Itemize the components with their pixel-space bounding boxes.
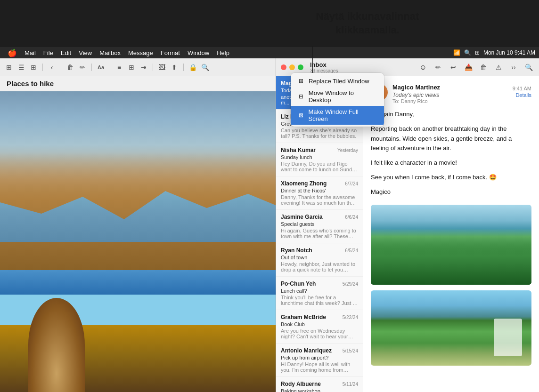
inbox-title: Inbox xyxy=(310,61,338,68)
email-time: 9:41 AM xyxy=(513,86,531,91)
bullet-icon[interactable]: ≡ xyxy=(115,63,123,72)
more-actions-icon[interactable]: ›› xyxy=(508,62,519,73)
junk-icon[interactable]: ⚠ xyxy=(493,62,504,73)
context-menu-label-move: Move Window to Desktop xyxy=(309,89,377,104)
menu-window[interactable]: Window xyxy=(184,47,213,58)
body-line-3: I felt like a character in a movie! xyxy=(371,158,531,168)
apple-menu[interactable]: 🍎 xyxy=(4,47,21,58)
reply-icon[interactable]: ↩ xyxy=(448,62,459,73)
message-item[interactable]: Ryan Notch6/5/24 Out of town Howdy, neig… xyxy=(276,243,363,277)
toolbar-sep-3 xyxy=(91,64,92,71)
toolbar-sep-5 xyxy=(153,64,153,71)
menu-format[interactable]: Format xyxy=(157,47,184,58)
context-menu-label-fullscreen: Make Window Full Screen xyxy=(309,108,377,122)
email-photo-1 xyxy=(371,205,531,285)
mail-search-icon[interactable]: 🔍 xyxy=(523,62,534,73)
table-icon[interactable]: ⊞ xyxy=(127,63,136,72)
context-menu-item-replace[interactable]: ⊞ Replace Tiled Window xyxy=(291,75,384,87)
email-sender-name: Magico Martinez xyxy=(392,84,440,91)
menubar-right: 📶 🔍 ⊞ Mon Jun 10 9:41 AM xyxy=(453,49,535,56)
mail-compose-icon[interactable]: ✏ xyxy=(433,62,444,73)
menu-mail[interactable]: Mail xyxy=(21,47,40,58)
left-title-bar: Places to hike xyxy=(0,76,276,91)
delete-icon[interactable]: 🗑 xyxy=(66,63,74,72)
context-menu-item-move[interactable]: ⊟ Move Window to Desktop xyxy=(291,87,384,106)
details-link[interactable]: Details xyxy=(513,92,531,98)
compose-icon[interactable]: ✏ xyxy=(78,63,87,72)
email-subject-line: Today's epic views xyxy=(392,92,440,98)
body-line-4: See you when I come back, if I come back… xyxy=(371,173,531,183)
sidebar-toggle-icon[interactable]: ⊞ xyxy=(5,63,13,72)
toolbar-sep-1 xyxy=(42,64,43,71)
wifi-icon: 📶 xyxy=(453,49,460,56)
context-menu-label-replace: Replace Tiled Window xyxy=(309,78,369,85)
email-body: Hi again Danny, Reporting back on anothe… xyxy=(371,110,531,197)
filter-icon[interactable]: ⊜ xyxy=(417,62,429,73)
mail-delete-icon[interactable]: 🗑 xyxy=(478,62,489,73)
menu-file[interactable]: File xyxy=(40,47,57,58)
email-to: To: Danny Rico xyxy=(392,98,440,104)
photo-arch-rock xyxy=(0,270,276,392)
email-meta: 9:41 AM Details xyxy=(513,84,531,98)
menu-mailbox[interactable]: Mailbox xyxy=(96,47,124,58)
menu-edit[interactable]: Edit xyxy=(57,47,75,58)
list-view-icon[interactable]: ☰ xyxy=(17,63,25,72)
annotation-area: Näytä ikkunavalinnatklikkaamalla. xyxy=(273,0,462,47)
menu-view[interactable]: View xyxy=(75,47,96,58)
fullscreen-icon: ⊠ xyxy=(297,112,305,119)
datetime-display: Mon Jun 10 9:41 AM xyxy=(483,49,535,56)
mail-toolbar-actions: ⊜ ✏ ↩ 📥 🗑 ⚠ ›› 🔍 xyxy=(417,62,534,73)
maximize-button[interactable] xyxy=(298,64,303,70)
left-pane-title: Places to hike xyxy=(7,80,54,88)
annotation-line xyxy=(312,46,313,74)
context-menu-item-fullscreen[interactable]: ⊠ Make Window Full Screen xyxy=(291,106,384,125)
menu-message[interactable]: Message xyxy=(124,47,157,58)
email-photo-2 xyxy=(371,290,531,366)
toolbar-sep-4 xyxy=(110,64,110,71)
message-item[interactable]: Rody Albuerne5/11/24 Baking workshop Hel… xyxy=(276,377,363,392)
message-item[interactable]: Jasmine Garcia6/6/24 Special guests Hi a… xyxy=(276,210,363,243)
close-button[interactable] xyxy=(281,64,286,70)
photo-area xyxy=(0,91,276,392)
indent-icon[interactable]: ⇥ xyxy=(139,63,148,72)
menu-help[interactable]: Help xyxy=(213,47,233,58)
back-icon[interactable]: ‹ xyxy=(48,63,56,72)
minimize-button[interactable] xyxy=(289,64,295,70)
message-item[interactable]: Graham McBride5/22/24 Book Club Are you … xyxy=(276,310,363,344)
lock-icon[interactable]: 🔒 xyxy=(188,63,197,72)
left-toolbar: ⊞ ☰ ⊞ ‹ 🗑 ✏ Aa ≡ ⊞ ⇥ 🖼 ⬆ 🔒 🔍 xyxy=(0,58,276,76)
search-left-icon[interactable]: 🔍 xyxy=(201,63,209,72)
reading-pane: M Magico Martinez Today's epic views To:… xyxy=(363,76,539,392)
email-sender-details: Magico Martinez Today's epic views To: D… xyxy=(392,84,440,104)
media-icon[interactable]: 🖼 xyxy=(158,63,166,72)
traffic-lights xyxy=(281,64,303,70)
toolbar-sep-6 xyxy=(183,64,184,71)
replace-tiled-icon: ⊞ xyxy=(297,77,305,85)
body-line-2: Reporting back on another breathtaking d… xyxy=(371,124,531,153)
share-icon[interactable]: ⬆ xyxy=(170,63,179,72)
archive-icon[interactable]: 📥 xyxy=(463,62,474,73)
message-item[interactable]: Po-Chun Yeh5/29/24 Lunch call? Think you… xyxy=(276,277,363,310)
menubar: 🍎 Mail File Edit View Mailbox Message Fo… xyxy=(0,47,539,58)
photo-mountain-river xyxy=(0,91,276,270)
font-icon[interactable]: Aa xyxy=(97,63,105,72)
message-item[interactable]: Antonio Manriquez5/15/24 Pick up from ai… xyxy=(276,344,363,377)
grid-view-icon[interactable]: ⊞ xyxy=(29,63,38,72)
body-line-1: Hi again Danny, xyxy=(371,110,531,120)
message-item[interactable]: Nisha KumarYesterday Sunday lunch Hey Da… xyxy=(276,143,363,176)
toolbar-sep-2 xyxy=(61,64,61,71)
annotation-text: Näytä ikkunavalinnatklikkaamalla. xyxy=(316,10,419,37)
inbox-label: Inbox 33 messages xyxy=(310,61,338,73)
body-line-5: Magico xyxy=(371,187,531,197)
context-menu: ⊞ Replace Tiled Window ⊟ Move Window to … xyxy=(291,73,384,127)
left-pane: ⊞ ☰ ⊞ ‹ 🗑 ✏ Aa ≡ ⊞ ⇥ 🖼 ⬆ 🔒 🔍 Places to h… xyxy=(0,58,276,392)
main-area: ⊞ ☰ ⊞ ‹ 🗑 ✏ Aa ≡ ⊞ ⇥ 🖼 ⬆ 🔒 🔍 Places to h… xyxy=(0,58,539,392)
move-desktop-icon: ⊟ xyxy=(297,93,305,100)
message-item[interactable]: Xiaomeng Zhong6/7/24 Dinner at the Ricos… xyxy=(276,176,363,210)
email-header: M Magico Martinez Today's epic views To:… xyxy=(371,84,531,104)
search-menubar-icon[interactable]: 🔍 xyxy=(464,49,471,56)
controlcenter-icon[interactable]: ⊞ xyxy=(475,49,480,56)
inbox-count: 33 messages xyxy=(310,68,338,73)
